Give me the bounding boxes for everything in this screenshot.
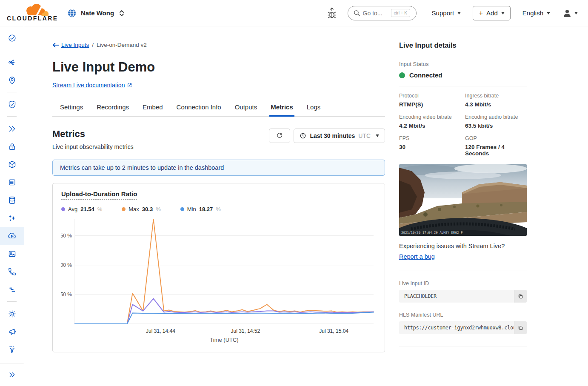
chevron-down-icon — [547, 12, 550, 14]
chevron-down-icon — [501, 12, 505, 14]
tab-connection-info[interactable]: Connection Info — [170, 99, 228, 116]
chevron-down-icon — [574, 12, 578, 14]
chart-title: Upload-to-Duration Ratio — [61, 190, 137, 200]
global-search[interactable]: ctrl + K — [348, 6, 417, 20]
detail-label: Protocol — [399, 93, 461, 99]
sort-chevrons-icon — [118, 9, 125, 17]
tab-logs[interactable]: Logs — [300, 99, 328, 116]
search-shortcut-badge: ctrl + K — [391, 9, 410, 17]
search-icon — [353, 9, 360, 17]
legend-item-min[interactable]: Min 18.27 % — [180, 206, 221, 212]
back-arrow-icon — [52, 43, 59, 48]
copy-icon — [517, 325, 524, 331]
legend-dot-min — [180, 207, 184, 211]
dashcam-preview-image: 2021/10/20 17:04:29 AUKEY DR02 P — [399, 164, 527, 236]
detail-label: FPS — [399, 135, 461, 141]
detail-value: 120 Frames / 4 Seconds — [465, 144, 527, 157]
dashcam-timestamp: 2021/10/20 17:04:29 AUKEY DR02 P — [401, 231, 463, 234]
tab-embed[interactable]: Embed — [136, 99, 170, 116]
copy-icon — [517, 293, 524, 300]
sidebar-item-announcements[interactable] — [0, 323, 24, 340]
sidebar-item-security-shield[interactable] — [0, 95, 24, 113]
stream-docs-link[interactable]: Stream Live documentation — [52, 82, 132, 89]
top-bar: CLOUDFLARE Nate Wong ctrl + — [0, 0, 588, 26]
sidebar-divider — [7, 301, 17, 302]
legend-value: 18.27 — [199, 206, 213, 212]
svg-text:Jul 31, 14:52: Jul 31, 14:52 — [231, 328, 260, 334]
user-icon — [562, 8, 572, 18]
main-content: Live Inputs / Live-on-Demand v2 Live Inp… — [52, 26, 385, 352]
sidebar-item-server-stack[interactable] — [0, 173, 24, 191]
sidebar-item-workers-cube[interactable] — [0, 155, 24, 173]
add-button[interactable]: + Add — [473, 6, 511, 20]
bug-icon — [326, 7, 337, 20]
support-menu[interactable]: Support — [432, 9, 461, 17]
sidebar-item-funnel[interactable] — [0, 340, 24, 358]
language-menu[interactable]: English — [522, 9, 550, 17]
globe-icon — [67, 9, 77, 18]
account-name: Nate Wong — [81, 9, 114, 17]
tab-metrics[interactable]: Metrics — [264, 99, 300, 116]
time-range-zone: UTC — [358, 132, 371, 139]
detail-audio-bitrate: Encoding audio bitrate 63.5 kbit/s — [465, 114, 527, 129]
chart-legend: Avg 21.54 % Max 30.3 % Min 18.27 % — [61, 206, 376, 212]
search-input[interactable] — [363, 10, 388, 17]
detail-label: Ingress bitrate — [465, 93, 527, 99]
upload-ratio-line-chart[interactable]: 50 %100 %150 %Jul 31, 14:44Jul 31, 14:52… — [61, 216, 377, 344]
copy-hls-button[interactable] — [514, 321, 527, 334]
svg-text:100 %: 100 % — [61, 262, 72, 268]
tab-outputs[interactable]: Outputs — [228, 99, 264, 116]
breadcrumb-separator: / — [92, 42, 94, 48]
support-label: Support — [432, 9, 454, 17]
input-status: Connected — [399, 71, 527, 79]
add-label: Add — [486, 9, 498, 17]
tab-settings[interactable]: Settings — [53, 99, 90, 116]
panel-divider — [399, 86, 527, 86]
hls-manifest-block: HLS Manifest URL https://customer-igynxd… — [399, 312, 527, 334]
detail-label: Encoding audio bitrate — [465, 114, 527, 120]
time-range-dropdown[interactable]: Last 30 minutes UTC — [294, 129, 385, 143]
sidebar-item-images[interactable] — [0, 245, 24, 263]
sidebar-item-traffic[interactable] — [0, 53, 24, 71]
account-switcher[interactable]: Nate Wong — [67, 9, 125, 18]
user-menu[interactable] — [562, 8, 578, 18]
report-bug-button[interactable] — [326, 7, 337, 20]
svg-text:50 %: 50 % — [61, 292, 72, 297]
tab-recordings[interactable]: Recordings — [90, 99, 136, 116]
live-input-id-block: Live Input ID PLACEHOLDER — [399, 280, 527, 303]
report-bug-link[interactable]: Report a bug — [399, 253, 435, 260]
sidebar-item-time-review[interactable] — [0, 29, 24, 47]
app-sidebar — [0, 26, 24, 386]
sidebar-item-geo-location[interactable] — [0, 71, 24, 89]
detail-protocol: Protocol RTMP(S) — [399, 93, 461, 108]
sidebar-divider — [7, 92, 17, 92]
breadcrumb-back-label: Live Inputs — [61, 42, 89, 48]
legend-item-avg[interactable]: Avg 21.54 % — [61, 206, 102, 212]
sidebar-item-ssl-lock[interactable] — [0, 137, 24, 155]
issues-text: Experiencing issues with Stream Live? — [399, 243, 527, 249]
legend-dot-avg — [61, 207, 65, 211]
legend-item-max[interactable]: Max 30.3 % — [122, 206, 160, 212]
sidebar-item-database[interactable] — [0, 191, 24, 209]
detail-video-bitrate: Encoding video bitrate 4.2 Mbit/s — [399, 114, 461, 129]
legend-unit: % — [97, 206, 103, 212]
upload-ratio-chart-card: Upload-to-Duration Ratio Avg 21.54 % Max… — [52, 183, 385, 352]
sidebar-item-speed[interactable] — [0, 120, 24, 137]
cloudflare-logo[interactable]: CLOUDFLARE — [7, 3, 54, 24]
sidebar-item-stream[interactable] — [0, 227, 24, 245]
sidebar-item-queues-bars[interactable] — [0, 280, 24, 298]
sidebar-item-calls[interactable] — [0, 263, 24, 280]
refresh-button[interactable] — [269, 129, 290, 143]
metrics-info-banner: Metrics can take up to 2 minutes to upda… — [52, 160, 385, 176]
sidebar-divider — [7, 116, 17, 117]
live-preview-thumbnail[interactable]: 2021/10/20 17:04:29 AUKEY DR02 P — [399, 164, 527, 236]
details-heading: Live Input details — [399, 41, 527, 49]
sidebar-item-ai-sparkles[interactable] — [0, 209, 24, 227]
sidebar-expand-button[interactable] — [0, 363, 24, 386]
chevron-down-icon — [376, 134, 379, 137]
sidebar-item-settings[interactable] — [0, 305, 24, 323]
live-input-id-value: PLACEHOLDER — [399, 290, 514, 303]
copy-input-id-button[interactable] — [514, 290, 527, 303]
breadcrumb-back-link[interactable]: Live Inputs — [52, 42, 89, 48]
detail-label: Encoding video bitrate — [399, 114, 461, 120]
